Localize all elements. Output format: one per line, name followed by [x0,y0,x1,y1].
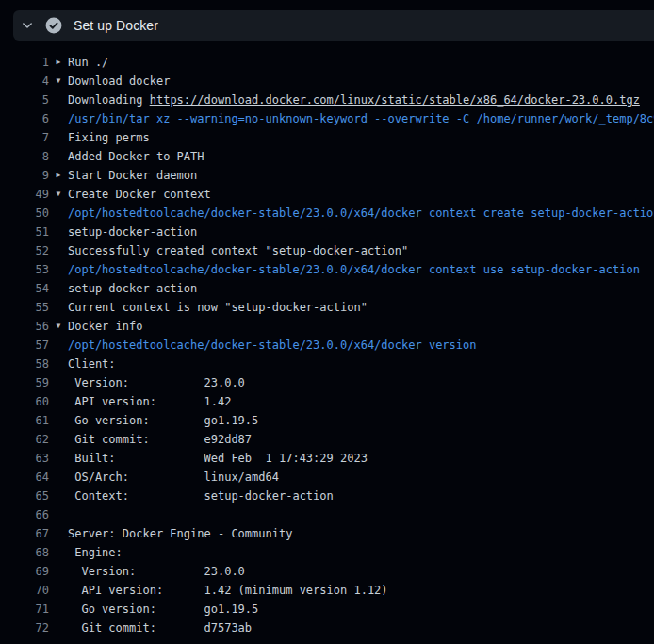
log-group-row[interactable]: 1▶Run ./ [0,53,654,72]
line-number[interactable]: 64 [0,468,49,487]
line-number[interactable]: 60 [0,392,49,411]
log-segment: Context: setup-docker-action [68,489,334,503]
log-segment: Download docker [68,74,170,88]
line-number[interactable]: 69 [0,562,49,581]
line-number[interactable]: 72 [0,619,49,637]
log-group-row[interactable]: 4▼Download docker [0,72,654,91]
line-number[interactable]: 55 [0,298,49,317]
log-text: Built: Wed Feb 1 17:43:29 2023 [68,449,654,468]
line-number[interactable]: 63 [0,449,49,468]
line-number[interactable]: 57 [0,336,49,355]
row-gutter [49,581,68,600]
log-segment: API version: 1.42 [68,395,231,408]
row-gutter: ▶ [49,166,68,185]
expand-group-icon[interactable]: ▶ [57,172,61,179]
log-text: Git commit: e92dd87 [68,430,654,449]
row-gutter [49,355,68,373]
line-number[interactable]: 58 [0,355,49,373]
line-number[interactable]: 52 [0,241,49,260]
log-text: API version: 1.42 [68,392,654,411]
log-group-row[interactable]: 49▼Create Docker context [0,185,654,204]
line-number[interactable]: 66 [0,505,49,524]
row-gutter [49,91,68,109]
command-text: /opt/hostedtoolcache/docker-stable/23.0.… [68,339,476,352]
line-number[interactable]: 70 [0,581,49,600]
log-row: 72 Git commit: d7573ab [0,619,654,637]
log-link[interactable]: /usr/bin/tar xz --warning=no-unknown-key… [68,112,654,125]
collapse-group-icon[interactable]: ▼ [57,77,61,85]
line-number[interactable]: 1 [0,53,49,72]
log-text: /usr/bin/tar xz --warning=no-unknown-key… [68,109,654,128]
log-segment: Version: 23.0.0 [68,565,245,578]
log-row: 67Server: Docker Engine - Community [0,524,654,543]
line-number[interactable]: 68 [0,543,49,562]
row-gutter [49,619,68,637]
line-number[interactable]: 61 [0,411,49,430]
line-number[interactable]: 62 [0,430,49,449]
line-number[interactable]: 53 [0,260,49,279]
log-text: /opt/hostedtoolcache/docker-stable/23.0.… [68,260,654,279]
log-text: /opt/hostedtoolcache/docker-stable/23.0.… [68,204,654,223]
step-header[interactable]: Set up Docker [13,10,654,41]
row-gutter [49,204,68,223]
log-text: Version: 23.0.0 [68,562,654,581]
collapse-group-icon[interactable]: ▼ [57,322,61,330]
log-row: 8Added Docker to PATH [0,147,654,166]
row-gutter: ▼ [49,72,68,91]
row-gutter [49,430,68,449]
line-number[interactable]: 50 [0,204,49,223]
line-number[interactable]: 51 [0,223,49,241]
check-circle-icon [41,17,66,34]
line-number[interactable]: 56 [0,317,49,336]
line-number[interactable]: 67 [0,524,49,543]
line-number[interactable]: 6 [0,109,49,128]
row-gutter [49,241,68,260]
row-gutter [49,298,68,317]
expand-group-icon[interactable]: ▶ [57,58,61,66]
log-area: 1▶Run ./4▼Download docker5Downloading ht… [0,41,654,644]
log-segment: setup-docker-action [68,225,197,239]
log-segment: Go version: go1.19.5 [68,414,258,427]
row-gutter [49,449,68,468]
step-title: Set up Docker [74,18,158,33]
log-segment: Go version: go1.19.5 [68,603,258,616]
log-text: setup-docker-action [68,279,654,298]
group-title: Create Docker context [68,185,654,204]
log-segment: Downloading [68,93,150,107]
log-group-row[interactable]: 9▶Start Docker daemon [0,166,654,185]
line-number[interactable]: 54 [0,279,49,298]
log-row: 58Client: [0,355,654,373]
row-gutter [49,279,68,298]
log-row: 7Fixing perms [0,128,654,147]
log-text: OS/Arch: linux/amd64 [68,468,654,487]
log-link[interactable]: https://download.docker.com/linux/static… [150,93,640,107]
log-text: Context: setup-docker-action [68,487,654,505]
line-number[interactable]: 7 [0,128,49,147]
line-number[interactable]: 65 [0,487,49,505]
log-text: Go version: go1.19.5 [68,600,654,619]
collapse-group-icon[interactable]: ▼ [57,190,61,198]
line-number[interactable]: 59 [0,373,49,392]
line-number[interactable]: 71 [0,600,49,619]
log-text: API version: 1.42 (minimum version 1.12) [68,581,654,600]
log-row: 71 Go version: go1.19.5 [0,600,654,619]
row-gutter [49,109,68,128]
log-row: 5Downloading https://download.docker.com… [0,91,654,109]
chevron-down-icon[interactable] [13,19,41,32]
log-segment: Git commit: d7573ab [68,621,252,635]
row-gutter [49,392,68,411]
log-row: 61 Go version: go1.19.5 [0,411,654,430]
log-segment: Successfully created context "setup-dock… [68,244,408,257]
log-segment: Fixing perms [68,131,150,144]
log-row: 59 Version: 23.0.0 [0,373,654,392]
line-number[interactable]: 9 [0,166,49,185]
log-row: 68 Engine: [0,543,654,562]
line-number[interactable]: 8 [0,147,49,166]
row-gutter [49,562,68,581]
group-title: Start Docker daemon [68,166,654,185]
log-segment: Server: Docker Engine - Community [68,527,292,540]
log-group-row[interactable]: 56▼Docker info [0,317,654,336]
line-number[interactable]: 5 [0,91,49,109]
line-number[interactable]: 4 [0,72,49,91]
line-number[interactable]: 49 [0,185,49,204]
